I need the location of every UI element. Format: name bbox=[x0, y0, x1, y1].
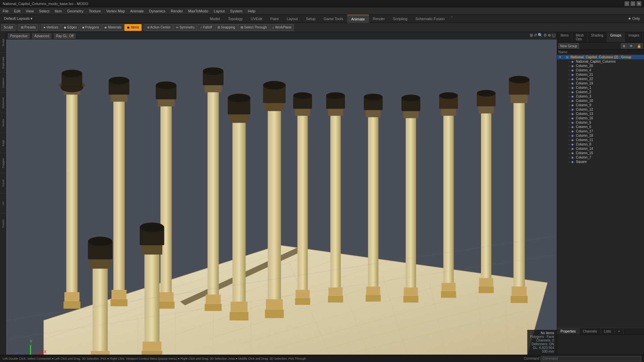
star-only[interactable]: ★ Only bbox=[625, 16, 643, 21]
item-column-5[interactable]: –◈Column_5 bbox=[557, 120, 644, 125]
group-national-capitol[interactable]: ▼ – ⊞ National_Capitol_Columns (2) : Gro… bbox=[557, 55, 644, 59]
item-column-21[interactable]: –◈Column_21 bbox=[557, 72, 644, 77]
workplane-button[interactable]: ⌂ WorkPlane bbox=[270, 24, 294, 31]
rpanel-tab-groups[interactable]: Groups bbox=[607, 32, 625, 42]
item-column-17[interactable]: –◈Column_17 bbox=[557, 129, 644, 133]
vp-icon-4[interactable]: ⚙ bbox=[543, 33, 547, 38]
item-national-capitol-columns[interactable]: ▼ – ◈ National_Capitol_Columns bbox=[557, 59, 644, 64]
sidebar-tab-instance[interactable]: Instance bbox=[0, 72, 6, 93]
polygons-button[interactable]: ■ Polygons bbox=[80, 24, 101, 31]
item-column-12[interactable]: –◈Column_12 bbox=[557, 107, 644, 112]
minimize-button[interactable]: ─ bbox=[625, 1, 629, 6]
menu-maxtomodo[interactable]: MaxToModo bbox=[185, 7, 211, 15]
close-button[interactable]: ✕ bbox=[637, 1, 641, 6]
menu-edit[interactable]: Edit bbox=[11, 7, 23, 15]
menu-layout[interactable]: Layout bbox=[211, 7, 227, 15]
vp-icon-3[interactable]: 🔍 bbox=[538, 33, 543, 38]
menu-texture[interactable]: Texture bbox=[86, 7, 104, 15]
tab-render[interactable]: Render bbox=[369, 15, 389, 23]
command-input[interactable] bbox=[541, 356, 641, 361]
item-column-8[interactable]: –◈Column_8 bbox=[557, 142, 644, 146]
items-list[interactable]: ▼ – ⊞ National_Capitol_Columns (2) : Gro… bbox=[557, 55, 644, 328]
item-column-10[interactable]: –◈Column_10 bbox=[557, 99, 644, 103]
tab-scripting[interactable]: Scripting bbox=[389, 15, 412, 23]
snapping-button[interactable]: ⊞ Snapping bbox=[215, 24, 237, 31]
item-column-6[interactable]: –◈Column_6 bbox=[557, 125, 644, 129]
item-column-13[interactable]: –◈Column_13 bbox=[557, 112, 644, 116]
sidebar-tab-duplicate[interactable]: Dupli-cate bbox=[0, 52, 6, 72]
action-center-button[interactable]: ⊕ Action Center bbox=[145, 24, 173, 31]
item-column-11[interactable]: –◈Column_11 bbox=[557, 138, 644, 142]
tab-layout[interactable]: Layout bbox=[283, 15, 302, 23]
select-through-button[interactable]: ⊠ Select Through bbox=[238, 24, 269, 31]
tab-topology[interactable]: Topology bbox=[224, 15, 247, 23]
rpanel-tab-items[interactable]: Items bbox=[557, 32, 572, 42]
tab-model[interactable]: Model bbox=[206, 15, 224, 23]
sidebar-tab-sculpt[interactable]: Sculpt bbox=[0, 32, 6, 52]
sidebar-tab-fusion[interactable]: Fusion bbox=[0, 213, 6, 233]
expand-icon[interactable]: ▼ bbox=[558, 55, 562, 59]
item-column-18[interactable]: –◈Column_18 bbox=[557, 133, 644, 138]
menu-animate[interactable]: Animate bbox=[127, 7, 146, 15]
items-vis-btn[interactable]: 👁 bbox=[628, 43, 635, 49]
tab-animate[interactable]: Animate bbox=[347, 15, 369, 23]
item-column-14[interactable]: –◈Column_14 bbox=[557, 146, 644, 151]
item-column-2[interactable]: –◈Column_2 bbox=[557, 90, 644, 94]
vp-icon-1[interactable]: ⊞ bbox=[530, 33, 533, 38]
item-column-1[interactable]: –◈Column_1 bbox=[557, 85, 644, 90]
viewport[interactable]: Perspective Advanced Ray GL: Off ⊞ ↺ 🔍 ⚙… bbox=[6, 32, 557, 355]
item-column-20[interactable]: –◈Column_20 bbox=[557, 64, 644, 68]
item-column-9[interactable]: –◈Column_9 bbox=[557, 103, 644, 107]
expand-icon-2[interactable]: ▼ bbox=[558, 60, 562, 63]
sidebar-tab-vertex[interactable]: Vertex bbox=[0, 113, 6, 133]
menu-vertexmap[interactable]: Vertex Map bbox=[104, 7, 128, 15]
falloff-button[interactable]: ○ Falloff bbox=[198, 24, 214, 31]
bottom-tab-add[interactable]: + bbox=[614, 328, 624, 335]
menu-render[interactable]: Render bbox=[168, 7, 185, 15]
vp-icon-5[interactable]: ⊕ bbox=[548, 33, 551, 38]
menu-file[interactable]: File bbox=[0, 7, 11, 15]
item-column-19[interactable]: –◈Column_19 bbox=[557, 81, 644, 85]
item-column-4[interactable]: –◈Column_4 bbox=[557, 68, 644, 72]
item-column-3[interactable]: –◈Column_3 bbox=[557, 94, 644, 99]
menu-view[interactable]: View bbox=[23, 7, 37, 15]
item-column-15[interactable]: –◈Column_15 bbox=[557, 151, 644, 155]
menu-item[interactable]: Item bbox=[52, 7, 64, 15]
maximize-button[interactable]: □ bbox=[631, 1, 635, 6]
bottom-tab-properties[interactable]: Properties bbox=[557, 328, 580, 335]
sidebar-tab-edge[interactable]: Edge bbox=[0, 133, 6, 153]
bottom-tab-channels[interactable]: Channels bbox=[580, 328, 601, 335]
viewport-raygl-btn[interactable]: Ray GL: Off bbox=[54, 34, 76, 39]
edges-button[interactable]: ◆ Edges bbox=[61, 24, 79, 31]
presets-button[interactable]: ⊞ Presets bbox=[18, 24, 38, 31]
item-square[interactable]: –◈Square bbox=[557, 160, 644, 164]
vp-icon-2[interactable]: ↺ bbox=[534, 33, 537, 38]
items-lock-btn[interactable]: 🔒 bbox=[635, 43, 643, 49]
new-group-button[interactable]: New Group bbox=[558, 43, 579, 49]
viewport-mode-btn[interactable]: Advanced bbox=[32, 34, 51, 39]
materials-button[interactable]: ◈ Materials bbox=[102, 24, 124, 31]
viewport-name-btn[interactable]: Perspective bbox=[8, 34, 30, 39]
menu-help[interactable]: Help bbox=[245, 7, 258, 15]
symmetry-button[interactable]: ⇔ Symmetry bbox=[173, 24, 197, 31]
item-column-22[interactable]: –◈Column_22 bbox=[557, 77, 644, 81]
menu-system[interactable]: System bbox=[227, 7, 245, 15]
menu-geometry[interactable]: Geometry bbox=[64, 7, 86, 15]
rpanel-tab-meshops[interactable]: Mesh Ops bbox=[572, 32, 587, 42]
sidebar-tab-deformer[interactable]: Deformer bbox=[0, 93, 6, 113]
sidebar-tab-uv[interactable]: UV bbox=[0, 193, 6, 213]
vertices-button[interactable]: ● Vertices bbox=[41, 24, 60, 31]
menu-select[interactable]: Select bbox=[36, 7, 52, 15]
tab-uvedit[interactable]: UVEdit bbox=[247, 15, 266, 23]
tab-setup[interactable]: Setup bbox=[302, 15, 320, 23]
tab-schematic[interactable]: Schematic Fusion bbox=[411, 15, 448, 23]
item-column-16[interactable]: –◈Column_16 bbox=[557, 116, 644, 120]
items-settings-btn[interactable]: ⚙ bbox=[621, 43, 627, 49]
rpanel-tab-shading[interactable]: Shading bbox=[588, 32, 607, 42]
item-column-7[interactable]: –◈Column_7 bbox=[557, 155, 644, 160]
menu-dynamics[interactable]: Dynamics bbox=[147, 7, 168, 15]
sidebar-tab-polygon[interactable]: Polygon bbox=[0, 153, 6, 173]
sidebar-tab-curve[interactable]: Curve bbox=[0, 173, 6, 193]
tab-gametools[interactable]: Game Tools bbox=[320, 15, 347, 23]
vp-icon-6[interactable]: ◱ bbox=[552, 33, 555, 38]
